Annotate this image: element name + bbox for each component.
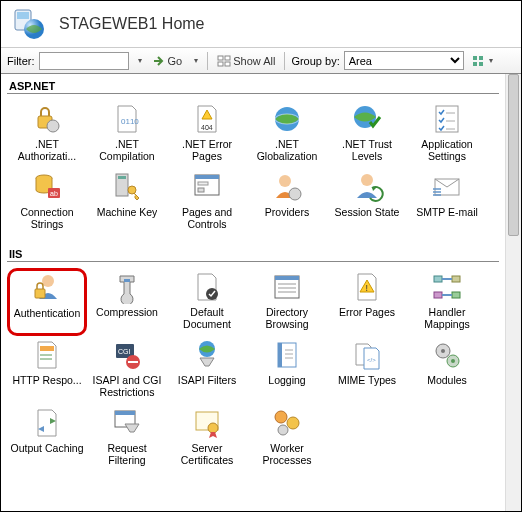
item-net-trust-levels[interactable]: .NET Trust Levels <box>327 100 407 168</box>
svg-text:404: 404 <box>201 124 213 131</box>
go-dropdown[interactable] <box>189 51 201 71</box>
user-gear-icon <box>270 170 304 204</box>
svg-rect-30 <box>198 182 208 185</box>
item-label: SMTP E-mail <box>416 206 478 218</box>
item-label: Server Certificates <box>169 442 245 466</box>
svg-rect-29 <box>195 175 219 179</box>
item-session-state[interactable]: Session State <box>327 168 407 236</box>
go-button[interactable]: Go <box>149 51 186 71</box>
aspnet-grid: .NET Authorizati... 0110 .NET Compilatio… <box>7 100 503 236</box>
item-label: Request Filtering <box>89 442 165 466</box>
item-isapi-filters[interactable]: ISAPI Filters <box>167 336 247 404</box>
item-default-document[interactable]: Default Document <box>167 268 247 336</box>
svg-point-72 <box>275 411 287 423</box>
svg-rect-10 <box>479 62 483 66</box>
svg-point-33 <box>289 188 301 200</box>
item-net-authorization[interactable]: .NET Authorizati... <box>7 100 87 168</box>
server-icon <box>9 5 49 43</box>
filter-label: Filter: <box>7 55 35 67</box>
svg-point-27 <box>128 186 136 194</box>
view-dropdown[interactable] <box>468 51 496 71</box>
svg-rect-50 <box>40 346 54 351</box>
svg-text:ab: ab <box>50 190 58 197</box>
globe-check-icon <box>350 102 384 136</box>
item-server-certificates[interactable]: Server Certificates <box>167 404 247 472</box>
document-binary-icon: 0110 <box>110 102 144 136</box>
filter-dropdown[interactable] <box>133 51 145 71</box>
svg-rect-9 <box>473 62 477 66</box>
item-label: Providers <box>265 206 309 218</box>
item-isapi-cgi-restrictions[interactable]: CGI ISAPI and CGI Restrictions <box>87 336 167 404</box>
item-label: Default Document <box>169 306 245 330</box>
svg-point-32 <box>279 175 291 187</box>
file-types-icon: </> <box>350 338 384 372</box>
item-net-compilation[interactable]: 0110 .NET Compilation <box>87 100 167 168</box>
item-compression[interactable]: Compression <box>87 268 167 336</box>
item-label: Machine Key <box>97 206 158 218</box>
item-http-response[interactable]: HTTP Respo... <box>7 336 87 404</box>
mapping-arrows-icon <box>430 270 464 304</box>
item-request-filtering[interactable]: Request Filtering <box>87 404 167 472</box>
scrollbar[interactable] <box>505 74 521 511</box>
warning-page-icon: ! <box>350 270 384 304</box>
svg-text:</>: </> <box>367 357 376 363</box>
svg-point-73 <box>287 417 299 429</box>
user-lock-icon <box>30 271 64 305</box>
error-404-icon: 404 <box>190 102 224 136</box>
item-error-pages[interactable]: ! Error Pages <box>327 268 407 336</box>
item-output-caching[interactable]: Output Caching <box>7 404 87 472</box>
item-smtp-email[interactable]: SMTP E-mail <box>407 168 487 236</box>
envelope-icon <box>430 170 464 204</box>
funnel-globe-icon <box>190 338 224 372</box>
item-net-globalization[interactable]: .NET Globalization <box>247 100 327 168</box>
item-logging[interactable]: Logging <box>247 336 327 404</box>
svg-rect-46 <box>434 276 442 282</box>
svg-rect-49 <box>452 292 460 298</box>
form-controls-icon <box>190 170 224 204</box>
svg-rect-6 <box>225 62 230 66</box>
item-label: Compression <box>96 306 158 318</box>
item-label: .NET Trust Levels <box>329 138 405 162</box>
item-machine-key[interactable]: Machine Key <box>87 168 167 236</box>
svg-rect-38 <box>124 279 130 282</box>
show-all-label: Show All <box>233 55 275 67</box>
clamp-icon <box>110 270 144 304</box>
item-net-error-pages[interactable]: 404 .NET Error Pages <box>167 100 247 168</box>
svg-rect-5 <box>218 62 223 66</box>
item-label: .NET Authorizati... <box>9 138 85 162</box>
item-label: ISAPI and CGI Restrictions <box>89 374 165 398</box>
item-label: MIME Types <box>338 374 396 386</box>
svg-text:!: ! <box>366 283 369 293</box>
item-label: .NET Error Pages <box>169 138 245 162</box>
svg-rect-69 <box>115 411 135 415</box>
page-title: STAGEWEB1 Home <box>59 15 205 33</box>
item-connection-strings[interactable]: ab Connection Strings <box>7 168 87 236</box>
svg-rect-1 <box>17 12 29 19</box>
svg-point-36 <box>42 275 54 287</box>
svg-text:0110: 0110 <box>121 117 139 126</box>
filter-input[interactable] <box>39 52 129 70</box>
item-label: Worker Processes <box>249 442 325 466</box>
item-authentication[interactable]: Authentication <box>7 268 87 336</box>
item-mime-types[interactable]: </> MIME Types <box>327 336 407 404</box>
item-application-settings[interactable]: Application Settings <box>407 100 487 168</box>
svg-rect-47 <box>452 276 460 282</box>
item-worker-processes[interactable]: Worker Processes <box>247 404 327 472</box>
group-by-select[interactable]: Area <box>344 51 464 70</box>
item-directory-browsing[interactable]: Directory Browsing <box>247 268 327 336</box>
item-handler-mappings[interactable]: Handler Mappings <box>407 268 487 336</box>
globe-icon <box>270 102 304 136</box>
item-label: Application Settings <box>409 138 485 162</box>
svg-point-65 <box>441 349 445 353</box>
show-all-button[interactable]: Show All <box>214 51 278 71</box>
svg-text:CGI: CGI <box>118 348 131 355</box>
item-label: Connection Strings <box>9 206 85 230</box>
item-label: Error Pages <box>339 306 395 318</box>
gears-icon <box>430 338 464 372</box>
svg-point-34 <box>361 174 373 186</box>
item-providers[interactable]: Providers <box>247 168 327 236</box>
server-key-icon <box>110 170 144 204</box>
item-modules[interactable]: Modules <box>407 336 487 404</box>
svg-rect-26 <box>118 176 126 179</box>
item-pages-and-controls[interactable]: Pages and Controls <box>167 168 247 236</box>
